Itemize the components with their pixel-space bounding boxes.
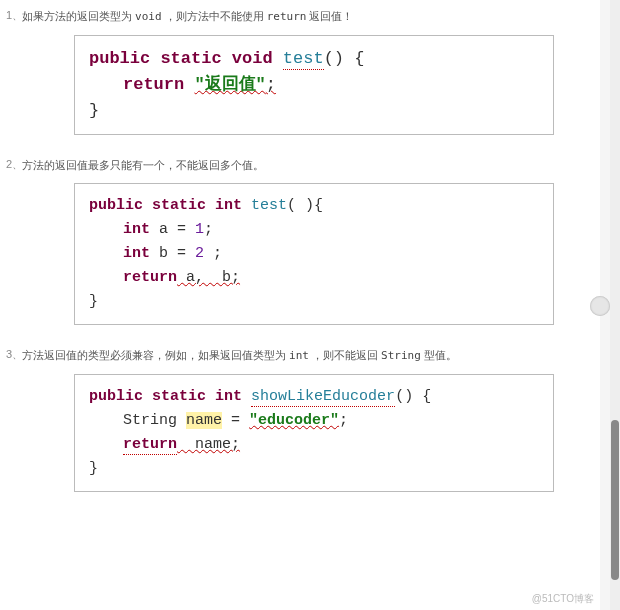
keyword-int: int [123,245,150,262]
code-text: a, b; [177,269,240,286]
keyword-int: int [215,388,242,405]
text-segment: ，则不能返回 [309,349,381,361]
keyword-static: static [152,388,206,405]
string-literal: "educoder" [249,412,339,429]
variable-name: name [186,412,222,429]
code-box: public static int test( ){ int a = 1; in… [74,183,554,325]
number-literal: 2 [195,245,204,262]
inline-code: String [381,349,421,362]
text-segment: 返回值！ [306,10,353,22]
code-text: ; [204,245,222,262]
keyword-public: public [89,197,143,214]
item-number: 1、 [6,8,22,23]
text-segment: ，则方法中不能使用 [162,10,267,22]
code-text: ; [204,221,213,238]
keyword-return: return [123,436,177,455]
keyword-static: static [160,49,221,68]
item-number: 2、 [6,157,22,172]
brace-close: } [89,101,99,120]
keyword-public: public [89,49,150,68]
text-segment: 方法的返回值最多只能有一个，不能返回多个值。 [22,159,264,171]
code-text: a = [150,221,195,238]
keyword-int: int [123,221,150,238]
item-text: 方法的返回值最多只能有一个，不能返回多个值。 [22,157,264,173]
keyword-public: public [89,388,143,405]
code-block-2: public static int test( ){ int a = 1; in… [74,183,554,325]
inline-code: void [135,10,162,23]
item-text: 方法返回值的类型必须兼容，例如，如果返回值类型为 int ，则不能返回 Stri… [22,347,457,364]
brace-close: } [89,293,98,310]
code-text: () { [324,49,365,68]
keyword-return: return [123,75,184,94]
document-page: 1、 如果方法的返回类型为 void ，则方法中不能使用 return 返回值！… [0,0,600,610]
inline-code: return [267,10,307,23]
vertical-scrollbar[interactable] [610,0,620,610]
code-text: ( ){ [287,197,323,214]
brace-close: } [89,460,98,477]
method-name: test [283,49,324,70]
text-segment: 方法返回值的类型必须兼容，例如，如果返回值类型为 [22,349,289,361]
code-text: () { [395,388,431,405]
keyword-return: return [123,269,177,286]
list-item-3: 3、 方法返回值的类型必须兼容，例如，如果返回值类型为 int ，则不能返回 S… [0,343,600,364]
code-text: ; [339,412,348,429]
type-string: String [123,412,186,429]
keyword-int: int [215,197,242,214]
code-text: ; [266,75,276,94]
code-text: b = [150,245,195,262]
list-item-1: 1、 如果方法的返回类型为 void ，则方法中不能使用 return 返回值！ [0,4,600,25]
keyword-void: void [232,49,273,68]
code-text: name; [177,436,240,453]
text-segment: 如果方法的返回类型为 [22,10,135,22]
inline-code: int [289,349,309,362]
code-box: public static int showLikeEducoder() { S… [74,374,554,492]
item-text: 如果方法的返回类型为 void ，则方法中不能使用 return 返回值！ [22,8,354,25]
side-handle-icon[interactable] [590,296,610,316]
method-name: test [251,197,287,214]
scrollbar-thumb[interactable] [611,420,619,580]
code-block-1: public static void test() { return "返回值"… [74,35,554,135]
list-item-2: 2、 方法的返回值最多只能有一个，不能返回多个值。 [0,153,600,173]
keyword-static: static [152,197,206,214]
text-segment: 型值。 [421,349,457,361]
string-literal: "返回值" [194,75,265,94]
code-block-3: public static int showLikeEducoder() { S… [74,374,554,492]
number-literal: 1 [195,221,204,238]
code-text: = [222,412,249,429]
watermark-text: @51CTO博客 [532,592,594,606]
code-box: public static void test() { return "返回值"… [74,35,554,135]
method-name: showLikeEducoder [251,388,395,407]
item-number: 3、 [6,347,22,362]
